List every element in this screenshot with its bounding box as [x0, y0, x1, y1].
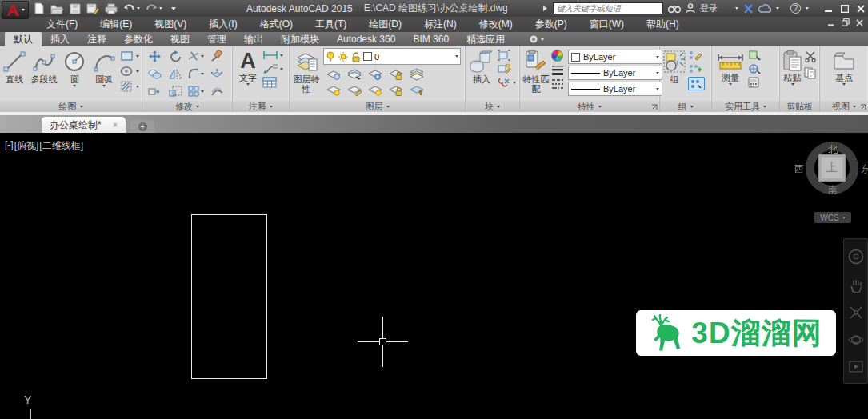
dimension-button[interactable]	[262, 50, 283, 61]
viewcube-top-face[interactable]: 上	[818, 154, 846, 182]
ribbon-minimize-control[interactable]	[520, 32, 553, 46]
steering-wheel-icon[interactable]	[847, 248, 865, 265]
viewport-view-control[interactable]: [俯视]	[14, 139, 39, 153]
new-drawing-tab-button[interactable]: +	[130, 120, 154, 133]
navigation-bar[interactable]	[843, 238, 868, 384]
fillet-dropdown-icon[interactable]	[201, 73, 204, 75]
ribbon-tab-autodesk360[interactable]: Autodesk 360	[328, 32, 404, 46]
dimension-dropdown-icon[interactable]	[280, 54, 283, 57]
ellipse-button[interactable]	[120, 65, 139, 78]
viewcube-east-label[interactable]: 东	[861, 162, 868, 176]
panel-label-clipboard[interactable]: 剪贴板	[780, 101, 819, 112]
wcs-menu-button[interactable]: WCS	[814, 212, 851, 223]
viewcube[interactable]: 北 南 西 东 上	[798, 141, 867, 206]
menu-format[interactable]: 格式(O)	[249, 17, 304, 32]
measure-dropdown-icon[interactable]	[729, 83, 732, 86]
qat-customize-icon[interactable]	[171, 7, 176, 10]
block-attribute-button[interactable]	[497, 77, 516, 88]
layer-on-button[interactable]	[326, 84, 342, 97]
ribbon-tab-insert[interactable]: 插入	[42, 32, 78, 46]
measure-button[interactable]: 测量	[714, 48, 747, 86]
explode-button[interactable]	[210, 68, 224, 80]
zoom-extents-icon[interactable]	[848, 305, 864, 321]
lineweight-icon[interactable]	[551, 65, 564, 75]
new-file-icon[interactable]	[34, 2, 45, 14]
group-button[interactable]: 组	[662, 48, 687, 84]
offset-button[interactable]	[210, 86, 224, 98]
paste-button[interactable]: 粘贴	[782, 48, 803, 86]
signin-user-icon[interactable]	[686, 3, 695, 14]
create-block-button[interactable]	[497, 50, 516, 61]
a360-cloud-icon[interactable]	[758, 4, 771, 13]
redo-dropdown-icon[interactable]	[159, 7, 162, 10]
fillet-button[interactable]	[188, 68, 204, 80]
match-properties-button[interactable]: 特性匹配	[522, 48, 550, 94]
move-button[interactable]	[148, 50, 162, 63]
layer-combo-dropdown-icon[interactable]	[455, 55, 458, 58]
base-view-button[interactable]: 基点	[830, 48, 858, 86]
array-dropdown-icon[interactable]	[201, 90, 204, 93]
menu-parametric[interactable]: 参数(P)	[524, 17, 578, 32]
color-wheel-icon[interactable]	[551, 50, 563, 62]
line-button[interactable]: 直线	[2, 48, 27, 84]
text-dropdown-icon[interactable]	[246, 83, 250, 86]
circle-button[interactable]: 圆	[61, 48, 90, 87]
layer-color-swatch[interactable]	[363, 52, 372, 61]
redo-icon[interactable]	[146, 3, 158, 14]
viewcube-west-label[interactable]: 西	[794, 162, 804, 176]
array-button[interactable]	[188, 86, 204, 98]
menu-modify[interactable]: 修改(M)	[468, 17, 524, 32]
maximize-icon[interactable]	[841, 5, 849, 13]
cut-icon[interactable]	[804, 51, 817, 62]
layer-isolate-button[interactable]	[367, 68, 383, 81]
ungroup-button[interactable]	[688, 50, 705, 61]
leader-dropdown-icon[interactable]	[280, 68, 283, 70]
rectangle-dropdown-icon[interactable]	[136, 55, 139, 58]
leader-button[interactable]	[262, 63, 283, 74]
table-button[interactable]	[262, 77, 283, 88]
arc-dropdown-icon[interactable]	[102, 85, 106, 87]
application-menu-button[interactable]	[2, 1, 29, 19]
ribbon-tab-manage[interactable]: 管理	[198, 32, 235, 46]
layer-states-button[interactable]	[409, 68, 425, 81]
layer-lock-button[interactable]	[388, 68, 404, 81]
minimize-icon[interactable]	[825, 5, 833, 13]
panel-label-block[interactable]: 块	[466, 101, 519, 112]
panel-label-utilities[interactable]: 实用工具	[712, 101, 779, 112]
a360-dropdown-icon[interactable]	[776, 7, 779, 10]
menu-view[interactable]: 视图(V)	[143, 17, 198, 32]
text-button[interactable]: A 文字	[234, 48, 262, 86]
doc-restore-icon[interactable]	[842, 18, 850, 26]
layer-off-button[interactable]	[326, 68, 342, 81]
panel-label-view[interactable]: 视图	[820, 101, 868, 112]
exchange-dropdown-icon[interactable]	[735, 7, 738, 10]
layer-thaw-button[interactable]	[367, 84, 383, 97]
arc-button[interactable]: 圆弧	[89, 48, 119, 87]
edit-attributes-button[interactable]	[497, 63, 516, 74]
layer-freeze-sun-icon[interactable]	[338, 51, 349, 62]
search-binoculars-icon[interactable]	[668, 4, 681, 14]
erase-button[interactable]	[210, 50, 224, 63]
menu-file[interactable]: 文件(F)	[35, 17, 89, 32]
pan-hand-icon[interactable]	[848, 277, 864, 293]
linetype-icon[interactable]	[551, 78, 564, 89]
trim-button[interactable]	[188, 50, 204, 62]
layer-unlock-button[interactable]	[388, 84, 404, 97]
ellipse-dropdown-icon[interactable]	[136, 70, 139, 73]
panel-label-annotate[interactable]: 注释	[233, 101, 289, 112]
quick-calc-button[interactable]	[748, 77, 762, 88]
paste-dropdown-icon[interactable]	[791, 83, 794, 86]
file-tab-active[interactable]: 办公桌绘制* ×	[42, 117, 126, 133]
panel-label-layers[interactable]: 图层	[290, 101, 465, 112]
signin-label[interactable]: 登录	[700, 2, 718, 14]
search-expand-icon[interactable]	[542, 5, 548, 12]
viewport-minimize-control[interactable]: [-]	[5, 139, 14, 153]
exchange-apps-icon[interactable]	[743, 4, 754, 14]
layer-on-bulb-icon[interactable]	[326, 51, 335, 62]
hatch-button[interactable]	[120, 80, 139, 93]
layer-unlock-icon[interactable]	[351, 51, 361, 62]
save-icon[interactable]	[70, 3, 81, 14]
block-attr-dropdown-icon[interactable]	[513, 82, 516, 84]
menu-edit[interactable]: 编辑(E)	[89, 17, 143, 32]
quick-select-button[interactable]	[748, 50, 762, 61]
